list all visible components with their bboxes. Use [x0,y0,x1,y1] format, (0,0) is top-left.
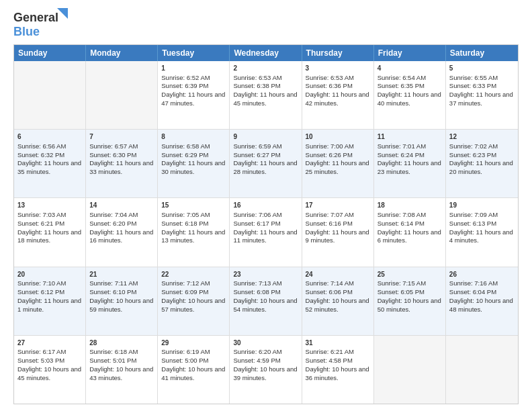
calendar-cell: 17 Sunrise: 7:07 AM Sunset: 6:16 PM Dayl… [302,198,374,266]
sunrise-text: Sunrise: 7:16 AM [449,279,498,287]
sunset-text: Sunset: 5:01 PM [89,357,136,364]
day-number: 10 [306,132,370,142]
calendar-cell: 16 Sunrise: 7:06 AM Sunset: 6:17 PM Dayl… [230,198,302,266]
day-number: 17 [306,201,370,210]
sunset-text: Sunset: 6:39 PM [161,82,208,89]
calendar-row: 6 Sunrise: 6:56 AM Sunset: 6:32 PM Dayli… [14,130,518,198]
sunset-text: Sunset: 6:18 PM [161,220,208,227]
calendar-cell [446,336,518,404]
svg-marker-0 [57,8,68,19]
calendar-cell: 24 Sunrise: 7:14 AM Sunset: 6:06 PM Dayl… [302,267,374,335]
day-number: 18 [378,201,442,210]
sunrise-text: Sunrise: 6:19 AM [161,348,210,355]
daylight-text: Daylight: 11 hours and 33 minutes. [89,159,153,175]
day-number: 31 [306,338,370,348]
calendar-cell: 6 Sunrise: 6:56 AM Sunset: 6:32 PM Dayli… [14,130,86,197]
calendar-cell: 9 Sunrise: 6:59 AM Sunset: 6:27 PM Dayli… [230,130,302,197]
sunset-text: Sunset: 6:05 PM [378,288,425,295]
calendar-cell: 1 Sunrise: 6:52 AM Sunset: 6:39 PM Dayli… [158,61,230,129]
day-number: 15 [161,201,226,210]
sunset-text: Sunset: 6:21 PM [17,220,64,227]
sunrise-text: Sunrise: 7:09 AM [449,211,498,218]
day-number: 25 [378,270,442,279]
calendar-cell: 11 Sunrise: 7:01 AM Sunset: 6:24 PM Dayl… [374,130,446,197]
day-number: 8 [161,132,226,142]
sunset-text: Sunset: 6:13 PM [449,220,496,227]
daylight-text: Daylight: 11 hours and 28 minutes. [233,159,297,175]
calendar-cell [86,61,158,129]
sunset-text: Sunset: 6:17 PM [233,220,280,227]
sunrise-text: Sunrise: 7:10 AM [17,279,66,287]
sunrise-text: Sunrise: 6:54 AM [378,74,426,81]
daylight-text: Daylight: 10 hours and 41 minutes. [161,365,225,381]
daylight-text: Daylight: 11 hours and 18 minutes. [17,228,81,244]
day-number: 1 [161,64,226,73]
sunrise-text: Sunrise: 6:21 AM [306,348,354,355]
day-number: 24 [306,270,370,279]
calendar-row: 1 Sunrise: 6:52 AM Sunset: 6:39 PM Dayli… [14,61,518,130]
daylight-text: Daylight: 11 hours and 11 minutes. [233,228,297,244]
day-number: 13 [17,201,82,210]
day-number: 26 [449,270,515,279]
calendar-header-cell: Friday [374,45,446,61]
calendar-row: 20 Sunrise: 7:10 AM Sunset: 6:12 PM Dayl… [14,267,518,336]
sunset-text: Sunset: 6:14 PM [378,220,425,227]
daylight-text: Daylight: 10 hours and 36 minutes. [306,365,369,381]
daylight-text: Daylight: 11 hours and 6 minutes. [378,228,441,244]
calendar-cell: 12 Sunrise: 7:02 AM Sunset: 6:23 PM Dayl… [446,130,518,197]
daylight-text: Daylight: 11 hours and 4 minutes. [449,228,513,244]
sunrise-text: Sunrise: 7:11 AM [89,279,138,287]
calendar-cell: 18 Sunrise: 7:08 AM Sunset: 6:14 PM Dayl… [374,198,446,266]
sunset-text: Sunset: 6:10 PM [89,288,136,295]
calendar-cell [374,336,446,404]
day-number: 7 [89,132,154,142]
sunset-text: Sunset: 6:08 PM [233,288,280,295]
sunset-text: Sunset: 6:32 PM [17,151,64,158]
sunrise-text: Sunrise: 6:59 AM [233,142,281,150]
sunrise-text: Sunrise: 7:05 AM [161,211,210,218]
sunset-text: Sunset: 6:36 PM [306,82,353,89]
daylight-text: Daylight: 10 hours and 59 minutes. [89,297,153,313]
sunset-text: Sunset: 6:06 PM [306,288,353,295]
sunrise-text: Sunrise: 7:14 AM [306,279,354,287]
sunrise-text: Sunrise: 6:52 AM [161,74,210,81]
calendar-cell: 26 Sunrise: 7:16 AM Sunset: 6:04 PM Dayl… [446,267,518,335]
daylight-text: Daylight: 11 hours and 23 minutes. [378,159,441,175]
day-number: 19 [449,201,515,210]
day-number: 3 [306,64,370,73]
sunset-text: Sunset: 6:26 PM [306,151,353,158]
day-number: 12 [449,132,515,142]
page: General Blue SundayMondayTuesdayWednesda… [0,0,532,411]
daylight-text: Daylight: 10 hours and 39 minutes. [233,365,297,381]
calendar-cell: 21 Sunrise: 7:11 AM Sunset: 6:10 PM Dayl… [86,267,158,335]
calendar-cell: 15 Sunrise: 7:05 AM Sunset: 6:18 PM Dayl… [158,198,230,266]
day-number: 9 [233,132,298,142]
day-number: 22 [161,270,226,279]
calendar-row: 27 Sunrise: 6:17 AM Sunset: 5:03 PM Dayl… [14,336,518,404]
sunrise-text: Sunrise: 7:12 AM [161,279,210,287]
day-number: 2 [233,64,298,73]
calendar-cell: 14 Sunrise: 7:04 AM Sunset: 6:20 PM Dayl… [86,198,158,266]
daylight-text: Daylight: 11 hours and 16 minutes. [89,228,153,244]
calendar-cell: 8 Sunrise: 6:58 AM Sunset: 6:29 PM Dayli… [158,130,230,197]
sunset-text: Sunset: 6:29 PM [161,151,208,158]
sunset-text: Sunset: 6:35 PM [378,82,425,89]
calendar-header-cell: Sunday [14,45,86,61]
calendar-cell: 19 Sunrise: 7:09 AM Sunset: 6:13 PM Dayl… [446,198,518,266]
sunset-text: Sunset: 6:30 PM [89,151,136,158]
calendar-header: SundayMondayTuesdayWednesdayThursdayFrid… [14,45,518,61]
calendar-header-cell: Tuesday [158,45,230,61]
day-number: 29 [161,338,226,348]
calendar-header-cell: Thursday [302,45,374,61]
sunset-text: Sunset: 5:03 PM [17,357,64,364]
calendar-cell: 10 Sunrise: 7:00 AM Sunset: 6:26 PM Dayl… [302,130,374,197]
calendar-header-cell: Wednesday [230,45,302,61]
sunset-text: Sunset: 4:59 PM [233,357,280,364]
logo: General Blue [13,11,58,39]
sunrise-text: Sunrise: 7:01 AM [378,142,426,150]
daylight-text: Daylight: 10 hours and 45 minutes. [17,365,81,381]
sunrise-text: Sunrise: 6:18 AM [89,348,138,355]
day-number: 28 [89,338,154,348]
calendar-cell: 20 Sunrise: 7:10 AM Sunset: 6:12 PM Dayl… [14,267,86,335]
calendar: SundayMondayTuesdayWednesdayThursdayFrid… [13,44,519,404]
